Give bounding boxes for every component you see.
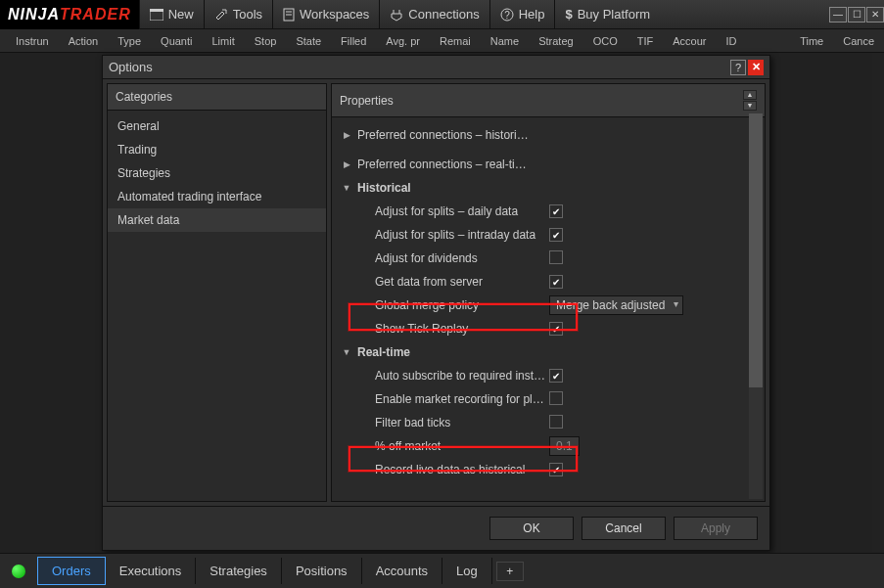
col-oco[interactable]: OCO xyxy=(583,35,628,47)
pct-off-market-label: % off market xyxy=(355,439,549,453)
col-type[interactable]: Type xyxy=(108,35,151,47)
show-tick-replay-checkbox[interactable] xyxy=(549,322,563,336)
tab-orders[interactable]: Orders xyxy=(37,557,106,585)
apply-button[interactable]: Apply xyxy=(674,517,758,540)
enable-market-recording-checkbox[interactable] xyxy=(549,391,563,405)
col-stop[interactable]: Stop xyxy=(245,35,287,47)
maximize-button[interactable]: ☐ xyxy=(848,7,865,23)
tab-executions[interactable]: Executions xyxy=(106,558,197,584)
tab-accounts[interactable]: Accounts xyxy=(362,558,442,584)
menu-buy-platform[interactable]: $ Buy Platform xyxy=(554,0,660,29)
col-remaining[interactable]: Remai xyxy=(430,35,481,47)
category-automated-trading[interactable]: Automated trading interface xyxy=(108,185,326,208)
logo-ninja: NINJA xyxy=(8,6,60,23)
get-data-server-row: Get data from server xyxy=(338,270,765,294)
chevron-down-icon: ▼ xyxy=(338,347,355,357)
auto-subscribe-checkbox[interactable] xyxy=(549,369,563,383)
record-live-data-label: Record live data as historical xyxy=(355,463,549,476)
dialog-button-row: OK Cancel Apply xyxy=(103,506,769,550)
add-tab-button[interactable]: + xyxy=(496,562,524,581)
menu-connections[interactable]: Connections xyxy=(379,0,489,29)
dialog-close-button[interactable]: ✕ xyxy=(748,60,764,75)
col-quantity[interactable]: Quanti xyxy=(151,35,202,47)
pref-connections-realtime-row[interactable]: ▶ Preferred connections – real-ti… xyxy=(338,153,765,176)
scrollbar-thumb[interactable] xyxy=(749,113,763,387)
properties-sort-buttons: ▲ ▼ xyxy=(743,90,757,111)
adjust-splits-daily-row: Adjust for splits – daily data xyxy=(338,200,765,223)
col-tif[interactable]: TIF xyxy=(628,35,664,47)
connection-status-indicator[interactable] xyxy=(12,565,25,578)
col-limit[interactable]: Limit xyxy=(203,35,245,47)
adjust-splits-daily-checkbox[interactable] xyxy=(549,204,563,218)
menu-help[interactable]: ? Help xyxy=(489,0,555,29)
category-trading[interactable]: Trading xyxy=(108,138,326,161)
col-id[interactable]: ID xyxy=(716,35,746,47)
menu-help-label: Help xyxy=(519,7,545,22)
logo-trader: TRADER xyxy=(60,6,131,23)
pref-hist-label: Preferred connections – histori… xyxy=(355,128,551,142)
adjust-splits-intraday-row: Adjust for splits – intraday data xyxy=(338,223,765,247)
window-controls: — ☐ ✕ xyxy=(828,7,884,23)
properties-header: Properties ▲ ▼ xyxy=(332,84,765,117)
minimize-button[interactable]: — xyxy=(829,7,847,23)
realtime-section[interactable]: ▼ Real-time xyxy=(338,340,765,364)
menu-new-label: New xyxy=(168,7,194,22)
tab-log[interactable]: Log xyxy=(442,558,492,584)
category-strategies[interactable]: Strategies xyxy=(108,161,326,185)
close-window-button[interactable]: ✕ xyxy=(866,7,884,23)
col-cancel[interactable]: Cance xyxy=(833,35,884,47)
adjust-splits-intraday-label: Adjust for splits – intraday data xyxy=(355,228,549,242)
record-live-data-checkbox[interactable] xyxy=(549,463,563,476)
dialog-titlebar[interactable]: Options ? ✕ xyxy=(103,56,769,79)
show-tick-replay-row: Show Tick Replay xyxy=(338,317,765,340)
col-name[interactable]: Name xyxy=(481,35,529,47)
category-market-data[interactable]: Market data xyxy=(108,208,326,232)
col-account[interactable]: Accour xyxy=(663,35,716,47)
global-merge-policy-select[interactable]: Merge back adjusted xyxy=(549,295,683,315)
col-avgprice[interactable]: Avg. pr xyxy=(376,35,430,47)
hammer-icon xyxy=(214,8,228,22)
titlebar: NINJATRADER New Tools Workspaces Connect… xyxy=(0,0,884,29)
filter-bad-ticks-row: Filter bad ticks xyxy=(338,411,765,434)
tab-strategies[interactable]: Strategies xyxy=(196,558,282,584)
cancel-button[interactable]: Cancel xyxy=(582,517,666,540)
svg-rect-1 xyxy=(150,9,163,12)
tab-positions[interactable]: Positions xyxy=(282,558,362,584)
adjust-splits-intraday-checkbox[interactable] xyxy=(549,228,563,242)
categories-header: Categories xyxy=(108,84,326,111)
pref-connections-historical-row[interactable]: ▶ Preferred connections – histori… xyxy=(338,123,765,147)
dialog-help-button[interactable]: ? xyxy=(730,60,746,75)
sort-up-button[interactable]: ▲ xyxy=(743,90,757,100)
col-instrument[interactable]: Instrun xyxy=(6,35,59,47)
get-data-server-checkbox[interactable] xyxy=(549,275,563,289)
global-merge-policy-label: Global merge policy xyxy=(355,298,549,312)
properties-scrollbar[interactable] xyxy=(749,113,763,499)
sort-down-button[interactable]: ▼ xyxy=(743,101,757,111)
col-action[interactable]: Action xyxy=(59,35,109,47)
menu-new[interactable]: New xyxy=(139,0,204,29)
menu-workspaces[interactable]: Workspaces xyxy=(272,0,379,29)
col-state[interactable]: State xyxy=(286,35,331,47)
historical-section[interactable]: ▼ Historical xyxy=(338,176,765,200)
filter-bad-ticks-checkbox[interactable] xyxy=(549,415,563,429)
menu-workspaces-label: Workspaces xyxy=(300,7,369,22)
col-filled[interactable]: Filled xyxy=(331,35,376,47)
col-strategy[interactable]: Strateg xyxy=(529,35,582,47)
global-merge-policy-row: Global merge policy Merge back adjusted xyxy=(338,294,765,317)
help-icon: ? xyxy=(500,8,514,22)
adjust-splits-daily-label: Adjust for splits – daily data xyxy=(355,204,549,218)
ok-button[interactable]: OK xyxy=(489,517,574,540)
properties-panel: Properties ▲ ▼ ▶ Preferred connections –… xyxy=(331,83,766,502)
dialog-title: Options xyxy=(109,60,153,74)
adjust-dividends-checkbox[interactable] xyxy=(549,250,563,264)
pct-off-market-input[interactable]: 0.1 xyxy=(549,436,580,456)
menu-tools[interactable]: Tools xyxy=(204,0,272,29)
filter-bad-ticks-label: Filter bad ticks xyxy=(355,416,549,430)
realtime-section-label: Real-time xyxy=(355,345,551,359)
chevron-right-icon: ▶ xyxy=(338,130,355,140)
auto-subscribe-row: Auto subscribe to required inst… xyxy=(338,364,765,387)
category-general[interactable]: General xyxy=(108,114,326,138)
historical-section-label: Historical xyxy=(355,181,551,195)
orders-column-headers: Instrun Action Type Quanti Limit Stop St… xyxy=(0,29,884,53)
col-time[interactable]: Time xyxy=(790,35,833,47)
